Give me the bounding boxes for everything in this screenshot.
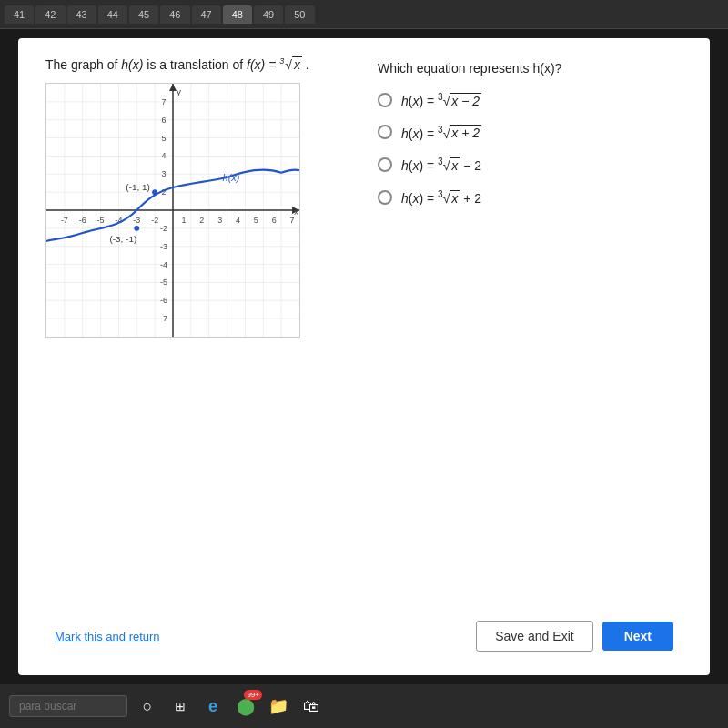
next-button[interactable]: Next [602,622,673,651]
tab-41[interactable]: 41 [5,5,34,24]
option-a[interactable]: h(x) = 3√x − 2 [378,92,682,108]
option-a-label: h(x) = 3√x − 2 [401,92,481,108]
taskbar-search-input[interactable] [9,695,127,717]
right-panel: Which equation represents h(x)? h(x) = 3… [378,56,682,613]
graph-container: -7 -6 -5 -4 -3 -2 1 2 3 4 5 6 7 x 7 6 [46,83,300,338]
svg-text:h(x): h(x) [223,172,240,183]
left-text-prefix: The graph of [46,57,121,72]
tab-42[interactable]: 42 [35,5,65,24]
svg-text:5: 5 [254,216,258,225]
tab-47[interactable]: 47 [192,5,221,24]
svg-text:4: 4 [162,151,167,160]
left-text-middle: is a translation of [147,57,247,72]
svg-text:1: 1 [181,216,186,225]
svg-text:-4: -4 [160,259,167,268]
option-d-label: h(x) = 3√x + 2 [401,189,481,206]
radio-d[interactable] [378,190,392,205]
left-text-period: . [306,57,309,72]
svg-text:6: 6 [162,115,167,124]
svg-text:y: y [177,86,181,96]
svg-text:7: 7 [290,216,295,225]
tab-50[interactable]: 50 [285,5,314,24]
svg-text:3: 3 [162,169,167,178]
tab-43[interactable]: 43 [67,5,96,24]
option-b[interactable]: h(x) = 3√x + 2 [378,125,682,141]
save-exit-button[interactable]: Save and Exit [476,621,592,652]
taskbar: ○ ⊞ e ⬤ 99+ 📁 🛍 [0,684,728,728]
svg-text:-7: -7 [61,216,68,225]
svg-text:-7: -7 [160,314,167,323]
content-area: The graph of h(x) is a translation of f(… [18,38,710,675]
svg-text:3: 3 [217,216,222,225]
tab-46[interactable]: 46 [160,5,189,24]
radio-b[interactable] [378,125,392,139]
question-text-left: The graph of h(x) is a translation of f(… [46,56,350,72]
svg-text:2: 2 [199,216,204,225]
option-b-label: h(x) = 3√x + 2 [401,125,481,141]
footer-buttons: Save and Exit Next [476,621,673,652]
mark-return-link[interactable]: Mark this and return [55,630,160,643]
option-d[interactable]: h(x) = 3√x + 2 [378,189,682,206]
tab-44[interactable]: 44 [98,5,127,24]
svg-text:-6: -6 [160,296,167,305]
svg-text:7: 7 [162,96,167,106]
left-text-h: h(x) [121,57,143,72]
which-equation-text: Which equation represents h(x)? [378,61,682,76]
cortana-icon[interactable]: ○ [135,693,160,719]
tab-48[interactable]: 48 [223,5,252,24]
chrome-icon[interactable]: ⬤ 99+ [233,693,258,719]
svg-text:5: 5 [162,133,167,142]
svg-text:6: 6 [272,216,277,225]
svg-text:-2: -2 [151,216,158,225]
svg-text:-5: -5 [97,216,105,225]
option-c[interactable]: h(x) = 3√x − 2 [378,157,682,173]
chrome-badge: 99+ [244,690,262,700]
tab-45[interactable]: 45 [129,5,158,24]
tab-49[interactable]: 49 [254,5,283,24]
svg-text:-6: -6 [79,216,86,225]
svg-marker-29 [169,84,177,91]
svg-point-57 [152,189,157,195]
file-explorer-icon[interactable]: 📁 [266,693,291,719]
svg-text:(-3, -1): (-3, -1) [110,233,137,243]
taskview-icon[interactable]: ⊞ [167,693,193,719]
option-c-label: h(x) = 3√x − 2 [401,157,481,173]
left-panel: The graph of h(x) is a translation of f(… [46,56,350,613]
radio-a[interactable] [378,93,392,107]
left-text-f: f(x) = 3√x [247,57,302,72]
radio-c[interactable] [378,157,392,172]
svg-text:-5: -5 [160,278,167,287]
svg-text:4: 4 [236,216,240,225]
svg-point-59 [134,226,139,231]
tab-bar: 41 42 43 44 45 46 47 48 49 50 [0,0,728,29]
options-list: h(x) = 3√x − 2 h(x) = 3√x + 2 h(x) = 3√x… [378,92,682,206]
svg-text:(-1, 1): (-1, 1) [126,182,149,192]
edge-icon[interactable]: e [200,693,226,719]
svg-text:-3: -3 [160,241,167,250]
svg-text:-3: -3 [133,216,140,225]
svg-text:-2: -2 [160,223,167,232]
store-icon[interactable]: 🛍 [298,693,324,719]
question-body: The graph of h(x) is a translation of f(… [46,56,682,613]
footer-bar: Mark this and return Save and Exit Next [46,613,682,657]
svg-text:x: x [294,207,298,217]
